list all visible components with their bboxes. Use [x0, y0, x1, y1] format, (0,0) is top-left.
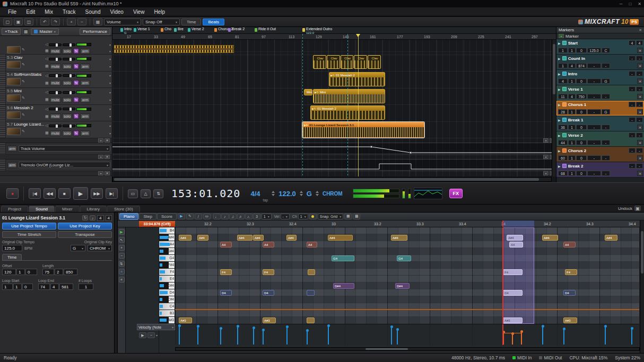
fx-button[interactable]: fx [73, 80, 79, 86]
marker-sig-numerator[interactable]: - [629, 133, 636, 138]
speaker-icon[interactable]: ◁ [45, 107, 48, 111]
piano-key[interactable]: F#4 [159, 262, 175, 269]
track-grip[interactable] [0, 105, 6, 121]
zoom-out-icon[interactable]: − [119, 253, 125, 259]
track-row-partial[interactable]: ✎ ◁▾ ▦mutesolofxarm▾ [0, 36, 112, 55]
marker-sig-denominator[interactable]: - [636, 71, 643, 76]
note-duration-icon[interactable]: ♬ [237, 214, 245, 219]
marker-sig-denominator[interactable]: - [636, 133, 643, 138]
loop-start-beat[interactable]: 1 [13, 284, 22, 290]
panel-tab[interactable]: Sound [29, 206, 55, 212]
preview-play-icon[interactable]: ▶ [178, 214, 185, 219]
marker-flags-row[interactable]: IntroG Verse 1 Cho Bre [112, 27, 556, 34]
loop-end-beat[interactable]: 4 [50, 284, 59, 290]
velocity-stem[interactable] [563, 330, 564, 345]
use-project-tempo-button[interactable]: Use Project Tempo [2, 223, 56, 229]
marker-beat-field[interactable]: 1 [568, 78, 576, 84]
timeline[interactable]: IntroG Verse 1 Cho Bre [112, 27, 556, 182]
timeline-marker-flag[interactable]: Verse 2 [188, 28, 204, 32]
timeline-marker-flag[interactable]: Break 2 [228, 28, 245, 32]
pan-slider[interactable] [49, 43, 62, 46]
velocity-stem[interactable] [197, 327, 198, 345]
undock-button[interactable]: Undock [618, 206, 643, 212]
selection-box[interactable] [503, 227, 534, 324]
menu-item[interactable]: Video [105, 8, 128, 16]
marker-key-field[interactable]: - [602, 171, 610, 176]
marker-name[interactable]: Verse 1 [568, 87, 583, 92]
marker-color-chip[interactable] [562, 41, 567, 45]
velocity-type-select[interactable]: Velocity (Note▾ [137, 324, 175, 330]
keyboard-icon[interactable]: ▦ [45, 131, 49, 135]
rewind-button[interactable]: ◀◀ [43, 188, 56, 199]
velocity-stem[interactable] [542, 327, 543, 345]
automation-node[interactable] [410, 152, 412, 154]
beat-divisor-select[interactable]: 1▾ [262, 214, 272, 219]
menu-item[interactable]: Sound [81, 8, 106, 16]
midi-note[interactable]: A#4 [253, 235, 264, 241]
punch-button[interactable]: ⇅ [153, 189, 163, 198]
marker-tempo-field[interactable]: - [587, 94, 601, 99]
quantize-icon[interactable]: ▦ [344, 214, 352, 219]
clip-scale-select[interactable]: CHROM▾ [88, 245, 112, 251]
snap-select[interactable]: Snap: Grid▾ [318, 214, 343, 219]
timeline-content[interactable]: Clav Clav Clav [112, 40, 556, 176]
length-tick[interactable]: 850 [64, 269, 77, 275]
panel-tab[interactable]: Store (30) [107, 206, 140, 212]
solo-button[interactable]: solo [62, 97, 72, 103]
open-project-icon[interactable] [14, 18, 23, 25]
solo-button[interactable]: solo [62, 48, 72, 54]
velocity-stem[interactable] [179, 326, 180, 345]
velocity-stem[interactable] [512, 334, 513, 345]
arm-button[interactable]: arm [80, 48, 90, 54]
note-duration-icon[interactable]: ♩ [213, 214, 221, 219]
marker-sig-denominator[interactable]: - [636, 148, 643, 153]
marker-key-field[interactable]: - [602, 140, 610, 145]
loop-start-tick[interactable]: 0 [22, 284, 33, 290]
marker-tempo-field[interactable]: - [587, 78, 601, 84]
velocity-stem[interactable] [286, 328, 288, 345]
close-button[interactable]: ✕ [638, 2, 641, 6]
zoom-in-icon[interactable] [67, 18, 76, 25]
marker-key-field[interactable]: - [602, 155, 610, 161]
length-beat[interactable]: 2 [55, 269, 63, 275]
midi-note[interactable]: A#3 [179, 317, 192, 323]
marker-bar-field[interactable]: 1 [558, 63, 568, 68]
rewind-to-start-button[interactable]: |◀ [29, 188, 41, 199]
scroll-tool-icon[interactable]: ⇅ [119, 261, 125, 267]
timeline-vscrollbar[interactable] [552, 40, 556, 176]
piano-key[interactable]: C#4 [159, 296, 175, 303]
add-marker-button[interactable]: + [559, 34, 564, 38]
timeline-marker-flag[interactable]: Bre [174, 28, 184, 32]
midi-note[interactable]: F4 [565, 269, 577, 275]
automation-lane[interactable]: arm Tremolo On/Off (Lounge Liz...▾ [0, 160, 112, 171]
key-value[interactable]: G [307, 190, 312, 198]
note-duration-icon[interactable]: ♫ [229, 214, 237, 219]
menu-item[interactable]: Mix [40, 8, 58, 16]
fast-forward-button[interactable]: ▶▶ [91, 188, 103, 199]
track-grip[interactable] [0, 88, 6, 104]
velocity-stem[interactable] [521, 332, 522, 345]
marker-bar-field[interactable]: 36 [558, 125, 568, 130]
marker-color-chip[interactable] [562, 164, 567, 168]
line-tool-icon[interactable]: / [195, 214, 202, 219]
lane-arm-button[interactable]: arm [7, 162, 17, 168]
marker-row[interactable]: ▶ Verse 1 -- 11 4 750 - - ✕ [556, 85, 644, 101]
fx-button[interactable]: fx [73, 130, 79, 136]
mute-button[interactable]: mute [50, 97, 62, 103]
marker-beat-field[interactable]: 1 [568, 171, 576, 176]
marker-beat-field[interactable]: 1 [568, 125, 576, 130]
new-project-icon[interactable] [3, 18, 12, 25]
piano-key[interactable]: G4 [159, 255, 175, 262]
midi-note[interactable]: A4 [220, 242, 232, 248]
editor-mode-tab[interactable]: Score [157, 213, 177, 220]
marker-sig-numerator[interactable]: - [629, 163, 636, 169]
velocity-stem[interactable] [253, 329, 254, 345]
arm-button[interactable]: arm [80, 113, 90, 119]
midi-note[interactable]: A#4 [286, 235, 297, 241]
fx-button[interactable]: fx [73, 97, 79, 103]
marker-tempo-field[interactable]: - [587, 109, 601, 114]
timeline-marker-flag[interactable]: Cho [161, 28, 171, 32]
vscrollbar-thumb[interactable] [553, 44, 555, 94]
pan-slider[interactable] [49, 91, 62, 94]
minimize-button[interactable]: ─ [620, 2, 623, 6]
